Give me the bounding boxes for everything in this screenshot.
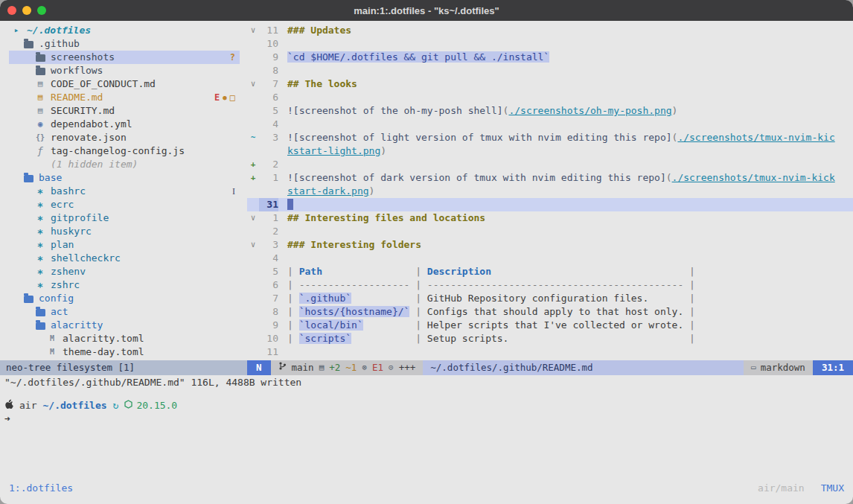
editor-line[interactable]: ∨1## Interesting files and locations — [247, 211, 853, 225]
tree-item-tag-changelog-config.js[interactable]: ƒtag-changelog-config.js — [9, 144, 240, 158]
fold-marker — [247, 332, 259, 345]
editor-line[interactable]: 5| Path | Description | — [247, 265, 853, 278]
editor-line[interactable]: 5![screenshot of the oh-my-posh shell](.… — [247, 104, 853, 118]
modified-flags: +++ — [399, 360, 416, 375]
mode-indicator: N — [247, 360, 271, 375]
hostname: air — [19, 399, 36, 412]
tree-item-label: workflows — [51, 64, 103, 77]
editor-line[interactable]: 4 — [247, 118, 853, 131]
fold-marker: ∨ — [247, 24, 259, 37]
line-text — [287, 345, 853, 359]
git-added: +2 — [329, 360, 340, 375]
editor-line[interactable]: 4 — [247, 252, 853, 265]
editor-line[interactable]: 6| ------------------- | ---------------… — [247, 278, 853, 292]
folder-icon — [34, 53, 46, 62]
node-version: 20.15.0 — [124, 399, 177, 412]
tree-item-badges: I — [232, 185, 235, 198]
editor-line[interactable]: 9| `local/bin` | Helper scripts that I'v… — [247, 319, 853, 332]
shell-area[interactable]: air ~/.dotfiles ↻ 20.15.0 ➜ — [0, 399, 853, 426]
tree-item-theme-day.toml[interactable]: Mtheme-day.toml — [9, 345, 240, 359]
tree-item-label: bashrc — [51, 185, 86, 198]
modified-icon: ⊙ — [389, 360, 394, 375]
tree-item-base[interactable]: base — [9, 171, 240, 185]
star-icon: * — [34, 186, 46, 200]
line-text — [287, 37, 853, 51]
editor-line[interactable]: 2 — [247, 225, 853, 238]
minimize-button[interactable] — [22, 6, 31, 15]
node-hexagon-icon — [124, 399, 132, 412]
tree-item-label: screenshots — [51, 51, 115, 64]
line-number — [259, 185, 278, 198]
editor-line[interactable]: 10 — [247, 37, 853, 51]
tree-item-zshenv[interactable]: *zshenv — [9, 265, 240, 278]
line-text — [287, 91, 853, 104]
tree-item-label: gitprofile — [51, 211, 109, 225]
folder-icon — [34, 307, 46, 316]
tree-item-plan[interactable]: *plan — [9, 238, 240, 252]
editor-line[interactable]: ~3![screenshot of light version of tmux … — [247, 131, 853, 144]
editor-line[interactable]: start-dark.png) — [247, 185, 853, 198]
close-button[interactable] — [7, 6, 16, 15]
apple-icon — [4, 399, 13, 413]
tree-item-workflows[interactable]: workflows — [9, 64, 240, 77]
tree-item-act[interactable]: act — [9, 305, 240, 319]
fold-marker — [247, 225, 259, 238]
tree-item-bashrc[interactable]: *bashrcI — [9, 185, 240, 198]
window-title: main:1:.dotfiles - "ks~/.dotfiles" — [0, 5, 853, 16]
tree-item-label: tag-changelog-config.js — [51, 144, 185, 158]
tree-item-renovate.json[interactable]: {}renovate.json — [9, 131, 240, 144]
tree-item-label: act — [51, 305, 68, 319]
tree-item-config[interactable]: config — [9, 292, 240, 305]
tree-item-ecrc[interactable]: *ecrc — [9, 198, 240, 211]
tree-item-label: .github — [39, 37, 80, 51]
M-icon: M — [46, 332, 58, 345]
editor-line[interactable]: ∨11### Updates — [247, 24, 853, 37]
tmux-session-name: air/main — [758, 482, 805, 494]
fullscreen-button[interactable] — [37, 6, 46, 15]
tree-item--1-hidden-item-[interactable]: (1 hidden item) — [9, 158, 240, 171]
neotree-statusbar: neo-tree filesystem [1] — [0, 360, 247, 375]
editor-line[interactable]: 10| `scripts` | Setup scripts. | — [247, 332, 853, 345]
tree-item-security.md[interactable]: ▤SECURITY.md — [9, 104, 240, 118]
tree-item-readme.md[interactable]: ▤README.mdE●□ — [9, 91, 240, 104]
fold-marker — [247, 118, 259, 131]
neotree-panel: ▸~/.dotfiles.githubscreenshots?workflows… — [0, 21, 247, 360]
tree-item-huskyrc[interactable]: *huskyrc — [9, 225, 240, 238]
tree-item-code-of-conduct.md[interactable]: ▤CODE_OF_CONDUCT.md — [9, 77, 240, 91]
line-number: 11 — [259, 24, 278, 37]
tmux-window-item[interactable]: 1:.dotfiles — [9, 482, 73, 494]
editor-line[interactable]: kstart-light.png) — [247, 144, 853, 158]
editor-line[interactable]: +1![screenshot of dark version of tmux w… — [247, 171, 853, 185]
editor-line[interactable]: ∨7## The looks — [247, 77, 853, 91]
editor-line[interactable]: 8| `hosts/{hostname}/` | Configs that sh… — [247, 305, 853, 319]
tree-item-.github[interactable]: .github — [9, 37, 240, 51]
tree-item-dependabot.yml[interactable]: ◉dependabot.yml — [9, 118, 240, 131]
tree-item-zshrc[interactable]: *zshrc — [9, 278, 240, 292]
fold-marker — [247, 319, 259, 332]
line-text — [287, 118, 853, 131]
editor-current-line[interactable]: 31 — [247, 198, 853, 211]
cwd-path: ~/.dotfiles — [42, 399, 106, 412]
editor-line[interactable]: 9`cd $HOME/.dotfiles && git pull && ./in… — [247, 51, 853, 64]
editor-line[interactable]: 11 — [247, 345, 853, 359]
input-line[interactable]: ➜ — [4, 412, 853, 426]
editor-line[interactable]: 8 — [247, 64, 853, 77]
line-number: 8 — [259, 64, 278, 77]
tree-item-shellcheckrc[interactable]: *shellcheckrc — [9, 252, 240, 265]
editor-pane[interactable]: ∨11### Updates109`cd $HOME/.dotfiles && … — [247, 21, 853, 360]
editor-line[interactable]: 6 — [247, 91, 853, 104]
tree-item-alacritty[interactable]: alacritty — [9, 319, 240, 332]
editor-line[interactable]: 7| `.github` | GitHub Repository configu… — [247, 292, 853, 305]
tree-item-label: SECURITY.md — [51, 104, 115, 118]
tree-item-screenshots[interactable]: screenshots? — [9, 51, 240, 64]
statusline: N main ▤ +2 ~1 ⊗ E1 ⊙ +++ ~/.dotfiles/.g… — [247, 360, 853, 375]
tree-item-~-.dotfiles[interactable]: ▸~/.dotfiles — [9, 24, 240, 37]
tree-item-gitprofile[interactable]: *gitprofile — [9, 211, 240, 225]
tree-item-alacritty.toml[interactable]: Malacritty.toml — [9, 332, 240, 345]
line-number: 1 — [259, 171, 278, 185]
line-text: ### Updates — [287, 24, 853, 37]
editor-line[interactable]: +2 — [247, 158, 853, 171]
tree-item-label: shellcheckrc — [51, 252, 121, 265]
editor-line[interactable]: ∨3### Interesting folders — [247, 238, 853, 252]
line-number: 5 — [259, 104, 278, 118]
